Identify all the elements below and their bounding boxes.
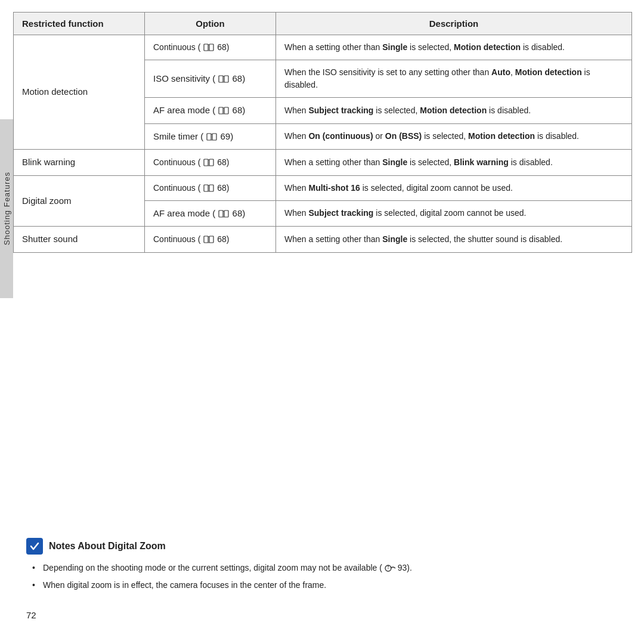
col-header-description: Description <box>276 13 632 35</box>
description-cell: When Subject tracking is selected, digit… <box>276 200 632 227</box>
side-tab-label: Shooting Features <box>2 172 11 245</box>
description-cell: When the ISO sensitivity is set to any s… <box>276 60 632 98</box>
table-row: Digital zoom Continuous ( 68) When Multi… <box>14 175 632 200</box>
option-cell: Continuous ( 68) <box>145 150 276 176</box>
description-cell: When On (continuous) or On (BSS) is sele… <box>276 123 632 150</box>
notes-list: Depending on the shooting mode or the cu… <box>26 562 620 592</box>
option-cell: ISO sensitivity ( 68) <box>145 60 276 98</box>
option-cell: Continuous ( 68) <box>145 227 276 253</box>
svg-rect-25 <box>224 210 228 217</box>
option-cell: Continuous ( 68) <box>145 35 276 60</box>
description-cell: When a setting other than Single is sele… <box>276 150 632 176</box>
restricted-function-blink: Blink warning <box>14 150 145 176</box>
restrictions-table: Restricted function Option Description M… <box>13 12 632 253</box>
description-cell: When Subject tracking is selected, Motio… <box>276 98 632 124</box>
svg-rect-24 <box>219 210 223 217</box>
svg-rect-8 <box>219 107 223 114</box>
svg-rect-9 <box>224 107 228 114</box>
svg-rect-29 <box>209 236 213 243</box>
svg-rect-17 <box>209 159 213 166</box>
table-header-row: Restricted function Option Description <box>14 13 632 35</box>
description-cell: When Multi-shot 16 is selected, digital … <box>276 175 632 200</box>
side-tab: Shooting Features <box>0 119 13 298</box>
svg-rect-4 <box>219 76 223 82</box>
page-number: 72 <box>26 610 36 620</box>
svg-rect-1 <box>209 44 213 51</box>
col-header-restricted: Restricted function <box>14 13 145 35</box>
svg-rect-20 <box>204 185 208 191</box>
table-row: Blink warning Continuous ( 68) When a se… <box>14 150 632 176</box>
description-cell: When a setting other than Single is sele… <box>276 227 632 253</box>
table-row: Motion detection Continuous ( 68) When a… <box>14 35 632 60</box>
notes-title: Notes About Digital Zoom <box>49 541 166 552</box>
check-icon <box>26 538 43 555</box>
page-container: Shooting Features Restricted function Op… <box>0 0 644 644</box>
notes-item-1: Depending on the shooting mode or the cu… <box>32 562 620 574</box>
option-cell: Continuous ( 68) <box>145 175 276 200</box>
restricted-function-motion: Motion detection <box>14 35 145 150</box>
option-cell: AF area mode ( 68) <box>145 200 276 227</box>
svg-rect-28 <box>204 236 208 243</box>
svg-rect-16 <box>204 159 208 166</box>
description-cell: When a setting other than Single is sele… <box>276 35 632 60</box>
notes-item-2: When digital zoom is in effect, the came… <box>32 579 620 592</box>
svg-rect-21 <box>209 185 213 191</box>
svg-rect-12 <box>207 134 211 140</box>
restricted-function-zoom: Digital zoom <box>14 175 145 227</box>
svg-rect-5 <box>224 76 228 82</box>
table-row: Shutter sound Continuous ( 68) When a se… <box>14 227 632 253</box>
svg-rect-13 <box>212 134 216 140</box>
main-content: Restricted function Option Description M… <box>13 12 632 632</box>
option-cell: Smile timer ( 69) <box>145 123 276 150</box>
option-cell: AF area mode ( 68) <box>145 98 276 124</box>
svg-point-34 <box>388 568 389 569</box>
notes-header: Notes About Digital Zoom <box>26 538 620 555</box>
svg-rect-0 <box>204 44 208 51</box>
col-header-option: Option <box>145 13 276 35</box>
notes-section: Notes About Digital Zoom Depending on th… <box>26 538 620 596</box>
restricted-function-shutter: Shutter sound <box>14 227 145 253</box>
